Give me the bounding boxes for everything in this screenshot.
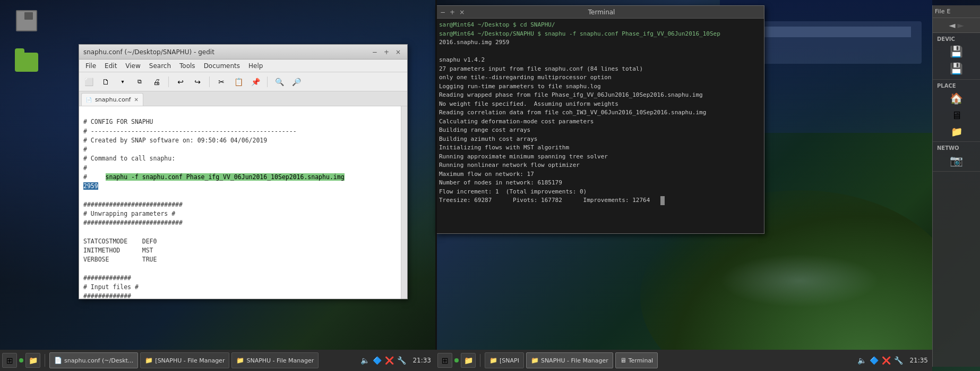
settings-icon-right[interactable]: 🔧: [894, 356, 903, 365]
fm-back-button[interactable]: ◄: [949, 20, 955, 30]
find-button[interactable]: 🔍: [272, 74, 287, 89]
toolbar-separator-1: [168, 77, 169, 87]
taskbar-right-left-section: ⊞ 📁: [435, 353, 478, 368]
terminal-body[interactable]: sar@Mint64 ~/Desktop $ cd SNAPHU/ sar@Mi…: [436, 19, 764, 233]
gedit-menubar: File Edit View Search Tools Documents He…: [79, 60, 407, 72]
volume-icon-right[interactable]: 🔈: [857, 356, 866, 365]
terminal-output-13: Running approximate minimum spanning tre…: [439, 153, 608, 160]
apps-button-left[interactable]: ⊞: [2, 353, 17, 368]
toolbar-separator-3: [267, 77, 268, 87]
terminal-output-11: Building azimuth cost arrays: [439, 136, 537, 142]
clouds: [720, 254, 879, 307]
new-file-button[interactable]: ⬜: [81, 74, 96, 89]
fm-desktop-icon: 🖥: [951, 109, 962, 122]
files-button-left[interactable]: 📁: [25, 353, 40, 368]
bluetooth-icon-left[interactable]: 🔷: [373, 356, 382, 365]
terminal-maximize[interactable]: +: [450, 9, 455, 16]
menu-view[interactable]: View: [121, 61, 144, 71]
terminal-output-14: Running nonlinear network flow optimizer: [439, 162, 580, 168]
workspace-indicator-right[interactable]: [454, 358, 459, 362]
maximize-button[interactable]: +: [382, 48, 391, 56]
fm-devices-label: DEVIC: [933, 35, 980, 43]
workspace-indicator-left[interactable]: [19, 358, 23, 362]
fm-network-item[interactable]: 📷: [933, 152, 980, 169]
file-manager-sidebar: File E ◄ ► DEVIC 💾 💾 PLACE 🏠 🖥: [932, 5, 980, 367]
fm-forward-button[interactable]: ►: [958, 20, 964, 30]
gedit-task-icon: 📄: [54, 357, 62, 364]
tab-label: snaphu.conf: [95, 96, 131, 103]
gedit-titlebar[interactable]: snaphu.conf (~/Desktop/SNAPHU) - gedit −…: [79, 45, 407, 60]
save-button[interactable]: ⧉: [132, 74, 147, 89]
fm2-taskbar-btn[interactable]: 📁 SNAPHU - File Manager: [231, 352, 319, 368]
files-button-right[interactable]: 📁: [461, 353, 476, 368]
menu-documents[interactable]: Documents: [200, 61, 244, 71]
gedit-window-controls: − + ×: [370, 48, 403, 56]
menu-tools[interactable]: Tools: [175, 61, 200, 71]
fm-device-1[interactable]: 💾: [933, 43, 980, 60]
fm-place-home[interactable]: 🏠: [933, 90, 980, 107]
fm2-taskbar-btn-right[interactable]: 📁 SNAPHU - File Manager: [526, 352, 613, 368]
copy-button[interactable]: 📋: [231, 74, 246, 89]
cut-button[interactable]: ✂: [214, 74, 229, 89]
fm1-taskbar-btn[interactable]: 📁 [SNAPHU - File Manager: [140, 352, 229, 368]
menu-search[interactable]: Search: [145, 61, 175, 71]
fm-floppy-icon-1: 💾: [950, 45, 963, 58]
fm-home-icon: 🏠: [950, 92, 963, 105]
floppy-disk-icon: [16, 10, 37, 31]
fm-places-section: PLACE 🏠 🖥 📁: [933, 80, 980, 142]
fm-place-folder[interactable]: 📁: [933, 124, 980, 139]
terminal-close[interactable]: ×: [459, 9, 465, 16]
desktop-icon-floppy[interactable]: [8, 8, 45, 33]
fm1-taskbar-btn-right[interactable]: 📁 [SNAPI: [485, 352, 524, 368]
paste-button[interactable]: 📌: [248, 74, 263, 89]
desktop-icon-folder[interactable]: [8, 50, 45, 74]
undo-button[interactable]: ↩: [173, 74, 188, 89]
terminal-minimize[interactable]: −: [440, 9, 445, 16]
terminal-prompt-1: sar@Mint64 ~/Desktop $ cd SNAPHU/: [439, 21, 555, 28]
monitor-divider: [435, 0, 437, 371]
settings-icon-left[interactable]: 🔧: [397, 356, 406, 365]
volume-icon-left[interactable]: 🔈: [360, 356, 369, 365]
fm-devices-section: DEVIC 💾 💾: [933, 33, 980, 80]
terminal-output-6: Reading wrapped phase from file Phase_if…: [439, 91, 703, 98]
fm2-task-icon: 📁: [236, 357, 244, 364]
editor-content[interactable]: # CONFIG FOR SNAPHU # ------------------…: [79, 106, 401, 299]
bluetooth-icon-right[interactable]: 🔷: [870, 356, 879, 365]
terminal-output-18: Treesize: 69287 Pivots: 167782 Improveme…: [439, 197, 665, 204]
terminal-output-10: Building range cost arrays: [439, 127, 530, 133]
editor-scrollbar[interactable]: [401, 106, 407, 299]
menu-edit[interactable]: Edit: [100, 61, 121, 71]
dropdown-button[interactable]: ▾: [115, 74, 130, 89]
tab-close-button[interactable]: ✕: [134, 97, 139, 103]
print-button[interactable]: 🖨: [149, 74, 164, 89]
replace-button[interactable]: 🔎: [289, 74, 304, 89]
menu-file[interactable]: File: [81, 61, 100, 71]
redo-button[interactable]: ↪: [190, 74, 205, 89]
taskbar-sep-1: [45, 354, 45, 367]
term-task-label: Terminal: [629, 357, 654, 364]
tab-snaphu-conf[interactable]: 📄 snaphu.conf ✕: [81, 93, 143, 106]
open-file-button[interactable]: 🗋: [98, 74, 113, 89]
taskbar-center-left: 📄 snaphu.conf (~/Deskt... 📁 [SNAPHU - Fi…: [47, 352, 358, 368]
gedit-task-label: snaphu.conf (~/Deskt...: [64, 357, 133, 364]
fm-device-2[interactable]: 💾: [933, 60, 980, 77]
fm-menu-edit[interactable]: E: [947, 8, 950, 15]
minimize-button[interactable]: −: [370, 48, 380, 56]
taskbar-right: ⊞ 📁 📁 [SNAPI 📁 SNAPHU - File Manager 🖥 T…: [435, 350, 932, 371]
editor-line-1: # CONFIG FOR SNAPHU # ------------------…: [83, 118, 345, 299]
network-icon-left[interactable]: ❌: [385, 356, 394, 365]
folder-icon: [15, 53, 38, 72]
close-button[interactable]: ×: [393, 48, 403, 56]
network-icon-right[interactable]: ❌: [882, 356, 891, 365]
terminal-taskbar-btn[interactable]: 🖥 Terminal: [615, 352, 658, 368]
gedit-taskbar-btn[interactable]: 📄 snaphu.conf (~/Deskt...: [49, 352, 138, 368]
fm2-task-label: SNAPHU - File Manager: [246, 357, 314, 364]
menu-help[interactable]: Help: [244, 61, 267, 71]
terminal-output-17: Flow increment: 1 (Total improvements: 0…: [439, 188, 587, 195]
fm-menu-file[interactable]: File: [935, 8, 944, 15]
terminal-window: − + × Terminal sar@Mint64 ~/Desktop $ cd…: [435, 5, 764, 234]
apps-button-right[interactable]: ⊞: [437, 353, 452, 368]
terminal-titlebar[interactable]: − + × Terminal: [436, 6, 764, 19]
desktop: snaphu.conf (~/Desktop/SNAPHU) - gedit −…: [0, 0, 980, 371]
fm-place-desktop[interactable]: 🖥: [933, 107, 980, 124]
